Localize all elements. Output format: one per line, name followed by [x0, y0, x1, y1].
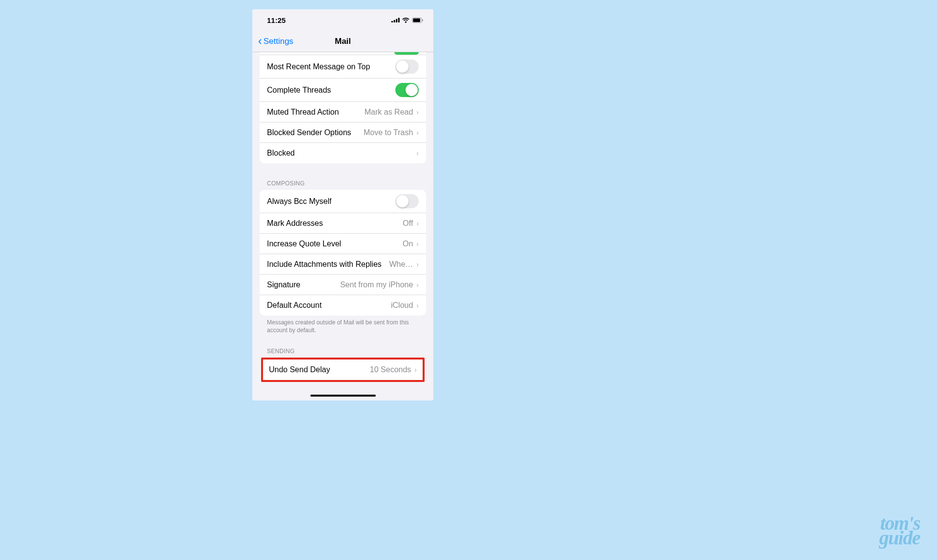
row-label: Increase Quote Level	[267, 240, 341, 248]
chevron-right-icon: ›	[416, 108, 419, 116]
row-value: Off	[403, 219, 413, 228]
home-indicator	[310, 395, 376, 397]
wifi-icon	[402, 18, 409, 23]
row-include-attachments[interactable]: Include Attachments with Replies Whe… ›	[260, 254, 426, 275]
row-default-account[interactable]: Default Account iCloud ›	[260, 295, 426, 316]
battery-icon	[412, 18, 424, 23]
chevron-right-icon: ›	[416, 260, 419, 268]
row-label: Include Attachments with Replies	[267, 260, 382, 269]
watermark-logo: tom's guide	[879, 516, 920, 545]
row-value: iCloud	[391, 301, 413, 310]
highlight-undo-send-delay: Undo Send Delay 10 Seconds ›	[261, 358, 425, 382]
row-value: 10 Seconds	[370, 365, 411, 374]
back-label: Settings	[264, 37, 293, 46]
row-label: Muted Thread Action	[267, 108, 339, 117]
watermark-line2: guide	[879, 531, 920, 545]
row-always-bcc-myself[interactable]: Always Bcc Myself	[260, 190, 426, 213]
chevron-left-icon: ‹	[258, 36, 262, 47]
row-label: Undo Send Delay	[269, 365, 330, 374]
status-time: 11:25	[267, 16, 285, 24]
nav-bar: ‹ Settings Mail	[252, 31, 433, 52]
row-most-recent-on-top[interactable]: Most Recent Message on Top	[260, 55, 426, 79]
settings-content[interactable]: Most Recent Message on Top Complete Thre…	[252, 52, 433, 400]
row-label: Complete Threads	[267, 86, 331, 95]
row-label: Blocked Sender Options	[267, 128, 351, 137]
svg-rect-7	[422, 19, 423, 21]
cellular-signal-icon	[391, 18, 400, 22]
chevron-right-icon: ›	[416, 301, 419, 309]
row-value: Mark as Read	[365, 108, 413, 117]
svg-rect-6	[413, 18, 420, 21]
toggle-most-recent-on-top[interactable]	[395, 60, 419, 74]
row-complete-threads[interactable]: Complete Threads	[260, 79, 426, 102]
row-label: Most Recent Message on Top	[267, 62, 370, 71]
chevron-right-icon: ›	[416, 281, 419, 289]
row-undo-send-delay[interactable]: Undo Send Delay 10 Seconds ›	[263, 360, 423, 380]
chevron-right-icon: ›	[414, 366, 417, 374]
toggle-knob	[396, 195, 408, 207]
row-muted-thread-action[interactable]: Muted Thread Action Mark as Read ›	[260, 102, 426, 122]
toggle-knob	[406, 84, 418, 96]
row-increase-quote-level[interactable]: Increase Quote Level On ›	[260, 234, 426, 254]
chevron-right-icon: ›	[416, 129, 419, 137]
status-icons	[391, 18, 424, 23]
chevron-right-icon: ›	[416, 220, 419, 227]
page-title: Mail	[335, 37, 351, 46]
phone-mockup: 11:25 ‹ Settings Mail	[252, 9, 433, 400]
row-label: Blocked	[267, 149, 295, 158]
chevron-right-icon: ›	[416, 149, 419, 157]
composing-group: Always Bcc Myself Mark Addresses Off › I…	[260, 190, 426, 316]
partial-row-hint	[260, 52, 426, 55]
row-signature[interactable]: Signature Sent from my iPhone ›	[260, 275, 426, 295]
toggle-knob	[396, 60, 408, 73]
svg-rect-2	[396, 19, 397, 22]
row-value: Sent from my iPhone	[340, 280, 413, 289]
row-blocked[interactable]: Blocked ›	[260, 143, 426, 163]
row-label: Signature	[267, 280, 301, 289]
row-mark-addresses[interactable]: Mark Addresses Off ›	[260, 213, 426, 234]
svg-rect-3	[398, 18, 400, 23]
row-value: Move to Trash	[364, 128, 413, 137]
toggle-complete-threads[interactable]	[395, 83, 419, 97]
svg-rect-1	[394, 20, 395, 22]
section-header-sending: SENDING	[252, 334, 433, 358]
threading-group: Most Recent Message on Top Complete Thre…	[260, 55, 426, 163]
toggle-always-bcc[interactable]	[395, 194, 419, 208]
svg-point-4	[405, 21, 407, 22]
chevron-right-icon: ›	[416, 240, 419, 248]
row-value: On	[403, 240, 413, 248]
row-label: Mark Addresses	[267, 219, 323, 228]
section-footer-composing: Messages created outside of Mail will be…	[252, 316, 433, 334]
row-blocked-sender-options[interactable]: Blocked Sender Options Move to Trash ›	[260, 122, 426, 143]
row-label: Always Bcc Myself	[267, 197, 331, 206]
row-label: Default Account	[267, 301, 322, 310]
section-header-composing: COMPOSING	[252, 163, 433, 190]
status-bar: 11:25	[252, 9, 433, 31]
back-button[interactable]: ‹ Settings	[258, 36, 293, 47]
svg-rect-0	[391, 21, 393, 22]
row-value: Whe…	[389, 260, 413, 269]
